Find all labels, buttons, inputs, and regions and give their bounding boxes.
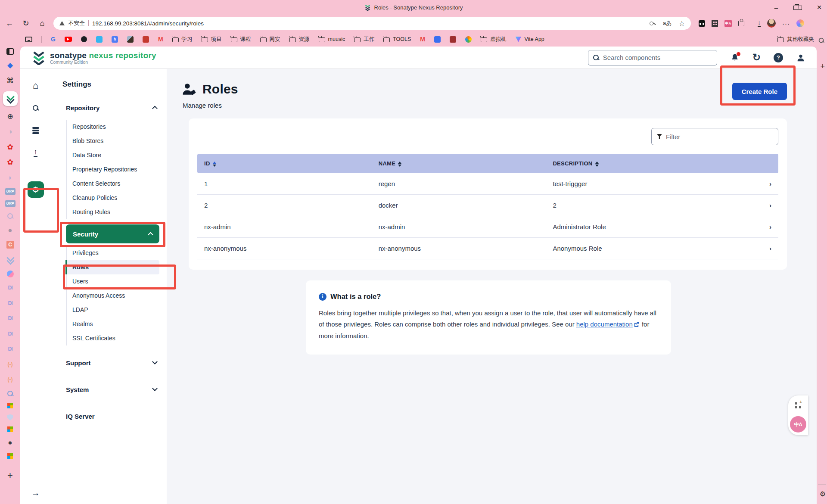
rail-tab-icon[interactable] bbox=[7, 426, 13, 432]
extensions-puzzle-icon[interactable] bbox=[738, 21, 744, 26]
sidebar-search-icon[interactable] bbox=[818, 37, 824, 44]
sidebar-add-icon[interactable]: + bbox=[820, 62, 825, 71]
table-row[interactable]: nx-anonymous nx-anonymous Anonymous Role… bbox=[197, 238, 778, 259]
sort-icon[interactable] bbox=[398, 162, 401, 167]
bookmark-item[interactable]: muusic bbox=[319, 36, 345, 42]
nav-item[interactable]: Cleanup Policies bbox=[67, 191, 159, 205]
rail-tab-icon[interactable]: ✿ bbox=[6, 158, 15, 167]
qr-extension-icon[interactable] bbox=[712, 20, 718, 27]
url-text[interactable]: 192.168.99.203:8081/#admin/security/role… bbox=[92, 20, 204, 27]
nav-item[interactable]: Blob Stores bbox=[67, 134, 159, 148]
translate-icon[interactable]: aあ bbox=[663, 19, 672, 27]
rail-tab-icon[interactable] bbox=[5, 465, 16, 465]
bookmark-item[interactable]: TOOLS bbox=[383, 36, 411, 42]
column-header-name[interactable]: NAME bbox=[372, 154, 546, 173]
nav-section-iq-server[interactable]: IQ Server bbox=[66, 407, 159, 426]
nav-item[interactable]: LDAP bbox=[67, 303, 159, 317]
bookmark-item[interactable]: Vite App bbox=[515, 36, 544, 42]
rail-tab-icon[interactable]: ◆ bbox=[6, 61, 15, 70]
user-icon[interactable] bbox=[796, 53, 805, 62]
rail-tab-icon[interactable]: ⌘ bbox=[6, 76, 15, 85]
nav-section-repository[interactable]: Repository bbox=[66, 98, 159, 117]
chevron-right-icon[interactable]: › bbox=[755, 216, 778, 238]
bookmark-item[interactable]: 课程 bbox=[231, 36, 251, 43]
nav-section-security[interactable]: Security bbox=[66, 224, 159, 243]
restore-button[interactable] bbox=[793, 4, 802, 11]
search-input[interactable] bbox=[603, 54, 712, 61]
chevron-right-icon[interactable]: › bbox=[755, 238, 778, 259]
bookmark-item[interactable] bbox=[25, 37, 32, 42]
refresh-icon[interactable]: ↻ bbox=[21, 19, 31, 28]
nav-item[interactable]: SSL Certificates bbox=[67, 331, 159, 345]
nav-item[interactable]: Proprietary Repositories bbox=[67, 162, 159, 177]
sort-icon[interactable] bbox=[595, 162, 599, 167]
rail-tab-icon[interactable]: URP bbox=[5, 188, 16, 195]
rail-tab-icon[interactable]: ◑ bbox=[6, 127, 15, 137]
address-bar[interactable]: 不安全 192.168.99.203:8081/#admin/security/… bbox=[53, 17, 691, 30]
nav-item[interactable]: Routing Rules bbox=[67, 205, 159, 219]
rail-tab-icon[interactable]: C bbox=[6, 241, 14, 249]
rail-tab-icon[interactable]: + bbox=[6, 471, 15, 480]
rail-tab-icon[interactable]: URP bbox=[5, 200, 16, 207]
rail-tab-icon[interactable]: ✿ bbox=[6, 142, 15, 152]
help-documentation-link[interactable]: help documentation bbox=[576, 320, 633, 328]
password-key-icon[interactable] bbox=[649, 20, 656, 27]
table-row[interactable]: nx-admin nx-admin Administrator Role › bbox=[197, 216, 778, 238]
rail-tab-icon[interactable] bbox=[6, 48, 14, 55]
bookmark-item[interactable]: 项目 bbox=[202, 36, 222, 43]
app-browse-icon[interactable] bbox=[32, 125, 39, 136]
bookmark-item[interactable] bbox=[127, 36, 134, 43]
extension-dark-icon[interactable] bbox=[699, 20, 705, 27]
bookmark-item[interactable] bbox=[434, 36, 441, 43]
nav-section-system[interactable]: System bbox=[66, 380, 159, 399]
screenshot-tool-button[interactable] bbox=[790, 397, 806, 414]
nav-item[interactable]: Roles bbox=[65, 260, 159, 274]
rail-tab-icon[interactable]: DI bbox=[6, 283, 15, 292]
app-home-icon[interactable]: ⌂ bbox=[33, 80, 38, 91]
rail-tab-icon[interactable]: ◗ bbox=[6, 173, 15, 182]
bookmark-item[interactable]: 网安 bbox=[260, 36, 280, 43]
rail-tab-icon[interactable] bbox=[7, 213, 14, 220]
component-search[interactable] bbox=[588, 50, 717, 65]
home-icon[interactable]: ⌂ bbox=[37, 19, 47, 28]
bookmark-item[interactable]: 工作 bbox=[354, 36, 374, 43]
nav-item[interactable]: Users bbox=[67, 274, 159, 289]
filter-input[interactable] bbox=[666, 133, 773, 140]
sync-icon[interactable]: ↻ bbox=[752, 53, 761, 62]
bookmark-item[interactable] bbox=[465, 36, 472, 43]
nav-item[interactable]: Realms bbox=[67, 317, 159, 331]
rail-tab-icon[interactable]: (-) bbox=[6, 375, 15, 384]
bookmark-item[interactable]: M bbox=[420, 36, 425, 43]
page-translate-button[interactable]: 中A bbox=[790, 416, 806, 432]
bookmark-item[interactable] bbox=[81, 36, 87, 42]
sidebar-settings-icon[interactable]: ⚙ bbox=[820, 490, 826, 498]
bookmark-item[interactable] bbox=[143, 36, 149, 43]
close-button[interactable]: × bbox=[815, 3, 824, 12]
favorite-star-icon[interactable]: ☆ bbox=[679, 19, 685, 28]
rail-tab-icon[interactable] bbox=[3, 91, 18, 106]
nav-item[interactable]: Anonymous Access bbox=[67, 289, 159, 303]
rail-tab-icon[interactable] bbox=[7, 271, 14, 277]
bookmark-item[interactable]: G bbox=[51, 36, 56, 43]
collapse-arrow-icon[interactable]: → bbox=[31, 488, 40, 498]
translate-extension-icon[interactable]: 中A bbox=[724, 20, 732, 27]
rail-tab-icon[interactable] bbox=[7, 414, 13, 421]
rail-tab-icon[interactable]: DI bbox=[6, 314, 15, 323]
create-role-button[interactable]: Create Role bbox=[732, 83, 787, 100]
table-row[interactable]: 1 regen test-triggger › bbox=[197, 173, 778, 195]
notifications-bell-icon[interactable] bbox=[730, 53, 740, 62]
other-favorites[interactable]: 其他收藏夹 bbox=[777, 32, 815, 47]
column-header-description[interactable]: DESCRIPTION bbox=[546, 154, 755, 173]
bookmark-item[interactable] bbox=[41, 36, 42, 43]
bookmark-item[interactable]: 学习 bbox=[172, 36, 193, 43]
copilot-icon[interactable] bbox=[796, 19, 804, 27]
nav-item[interactable]: Content Selectors bbox=[67, 177, 159, 191]
rail-tab-icon[interactable] bbox=[5, 254, 16, 264]
security-label[interactable]: 不安全 bbox=[68, 19, 85, 27]
bookmark-item[interactable] bbox=[65, 37, 72, 42]
bookmark-item[interactable] bbox=[96, 36, 103, 43]
chevron-right-icon[interactable]: › bbox=[755, 195, 778, 216]
rail-tab-icon[interactable]: (-) bbox=[6, 360, 15, 369]
sort-icon[interactable] bbox=[213, 162, 216, 167]
rail-tab-icon[interactable]: DI bbox=[6, 299, 15, 308]
